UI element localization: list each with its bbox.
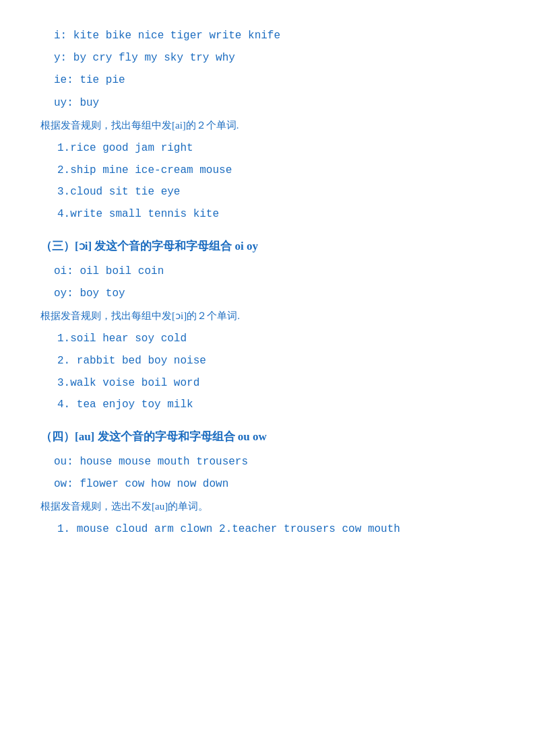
page-content: i: kite bike nice tiger write knife y: b… bbox=[40, 27, 495, 539]
au-sound-section: （四）[au] 发这个音的字母和字母组合 ou ow ou: house mou… bbox=[40, 427, 495, 539]
oi-line: oi: oil boil coin bbox=[54, 263, 495, 281]
i-line: i: kite bike nice tiger write knife bbox=[54, 27, 495, 45]
uy-line: uy: buy bbox=[54, 94, 495, 112]
au-rule-text: 根据发音规则，选出不发[au]的单词。 bbox=[40, 497, 495, 516]
oi-exercise-4: 4. tea enjoy toy milk bbox=[57, 395, 495, 415]
oi-exercise-1: 1.soil hear soy cold bbox=[57, 329, 495, 349]
ai-exercise-2: 2.ship mine ice-cream mouse bbox=[57, 161, 495, 180]
oi-rule-text: 根据发音规则，找出每组中发[ɔi]的２个单词. bbox=[40, 307, 495, 325]
ai-exercise-4: 4.write small tennis kite bbox=[57, 205, 495, 224]
ai-exercise-1: 1.rice good jam right bbox=[57, 139, 495, 158]
au-exercise-1: 1. mouse cloud arm clown 2.teacher trous… bbox=[57, 520, 495, 539]
y-line: y: by cry fly my sky try why bbox=[54, 49, 495, 67]
oy-line: oy: boy toy bbox=[54, 285, 495, 303]
ie-line: ie: tie pie bbox=[54, 71, 495, 90]
oi-exercise-3: 3.walk voise boil word bbox=[57, 374, 495, 393]
oi-sound-section: （三）[ɔi] 发这个音的字母和字母组合 oi oy oi: oil boil … bbox=[40, 236, 495, 415]
ai-exercise-3: 3.cloud sit tie eye bbox=[57, 182, 495, 202]
oi-exercise-2: 2. rabbit bed boy noise bbox=[57, 351, 495, 371]
au-header: （四）[au] 发这个音的字母和字母组合 ou ow bbox=[40, 427, 495, 448]
ai-sound-section: i: kite bike nice tiger write knife y: b… bbox=[40, 27, 495, 224]
ai-rule-text: 根据发音规则，找出每组中发[ai]的２个单词. bbox=[40, 116, 495, 135]
ou-line: ou: house mouse mouth trousers bbox=[54, 453, 495, 471]
oi-header: （三）[ɔi] 发这个音的字母和字母组合 oi oy bbox=[40, 236, 495, 257]
ow-line: ow: flower cow how now down bbox=[54, 475, 495, 493]
